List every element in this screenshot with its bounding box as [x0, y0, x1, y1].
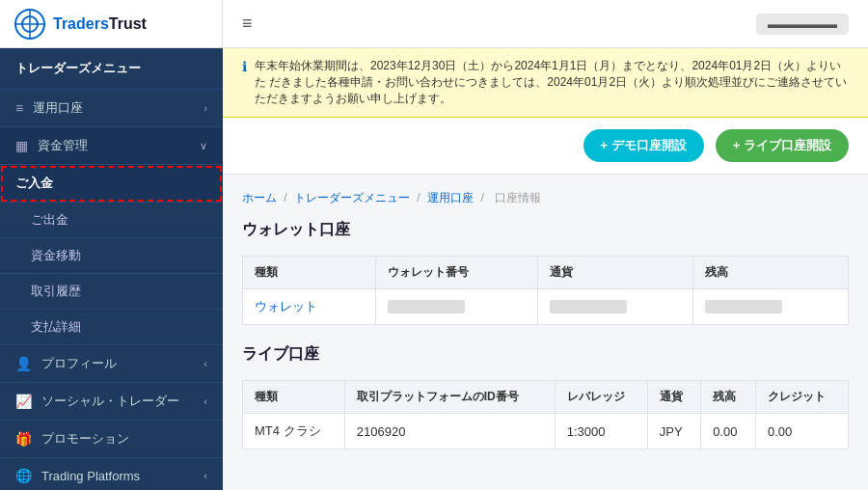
- breadcrumb-sep: /: [480, 191, 487, 204]
- table-row: MT4 クラシ 2106920 1:3000 JPY 0.00 0.00: [243, 414, 849, 449]
- live-account-button[interactable]: + ライブ口座開設: [716, 129, 849, 162]
- chevron-right-icon: ‹: [203, 470, 207, 481]
- wallet-col-currency: 通貨: [537, 257, 692, 289]
- wallet-heading: ウォレット口座: [242, 220, 849, 246]
- chevron-right-icon: ›: [203, 102, 207, 114]
- profile-icon: 👤: [15, 356, 32, 371]
- accounts-icon: ≡: [15, 100, 23, 116]
- sidebar-item-payment[interactable]: 支払詳細: [0, 310, 223, 345]
- wallet-col-type: 種類: [243, 257, 376, 289]
- sidebar-item-label: 取引履歴: [31, 284, 81, 298]
- sidebar-item-transfer[interactable]: 資金移動: [0, 238, 223, 274]
- wallet-table: 種類 ウォレット番号 通貨 残高 ウォレット: [242, 256, 849, 325]
- sidebar-item-social[interactable]: 📈 ソーシャル・トレーダー ‹: [0, 383, 223, 421]
- live-heading: ライブ口座: [242, 344, 849, 370]
- platforms-icon: 🌐: [15, 468, 32, 483]
- sidebar-item-label: プロモーション: [41, 430, 129, 448]
- live-table: 種類 取引プラットフォームのID番号 レバレッジ 通貨 残高 クレジット MT4…: [242, 380, 849, 449]
- sidebar: トレーダーズメニュー ≡ 運用口座 › ▦ 資金管理 ∨ ご入金 ご出金 資金移…: [0, 48, 223, 490]
- live-col-type: 種類: [243, 381, 345, 414]
- sidebar-item-label: ご出金: [31, 212, 68, 227]
- wallet-currency-cell: [537, 289, 692, 325]
- live-col-leverage: レバレッジ: [555, 381, 647, 414]
- breadcrumb-home[interactable]: ホーム: [242, 191, 277, 204]
- top-bar: TradersTrust ≡ ▬▬▬▬▬▬: [0, 0, 868, 48]
- live-leverage-cell: 1:3000: [555, 414, 647, 449]
- sidebar-item-label: プロフィール: [41, 355, 117, 372]
- hamburger-icon[interactable]: ≡: [242, 14, 253, 34]
- sidebar-item-funds[interactable]: ▦ 資金管理 ∨: [0, 127, 223, 165]
- sidebar-item-withdrawal[interactable]: ご出金: [0, 203, 223, 238]
- action-bar: + デモ口座開設 + ライブ口座開設: [223, 118, 868, 175]
- main-layout: トレーダーズメニュー ≡ 運用口座 › ▦ 資金管理 ∨ ご入金 ご出金 資金移…: [0, 48, 868, 490]
- live-col-credit: クレジット: [755, 381, 848, 414]
- breadcrumb: ホーム / トレーダーズメニュー / 運用口座 / 口座情報: [242, 190, 849, 206]
- info-icon: ℹ: [242, 59, 247, 74]
- promo-icon: 🎁: [15, 431, 32, 447]
- live-col-currency: 通貨: [647, 381, 700, 414]
- logo-text: TradersTrust: [53, 15, 147, 33]
- live-currency-cell: JPY: [647, 414, 700, 449]
- top-user-area: ▬▬▬▬▬▬: [756, 14, 849, 35]
- chevron-right-icon: ‹: [203, 395, 207, 407]
- sidebar-item-label: 資金管理: [38, 137, 200, 154]
- live-col-balance: 残高: [701, 381, 756, 414]
- wallet-balance-cell: [692, 289, 848, 325]
- sidebar-title: トレーダーズメニュー: [0, 48, 223, 90]
- breadcrumb-sep: /: [284, 191, 290, 204]
- wallet-type-link[interactable]: ウォレット: [255, 299, 317, 313]
- top-right: ≡ ▬▬▬▬▬▬: [223, 14, 868, 35]
- content-area: ℹ 年末年始休業期間は、2023年12月30日（土）から2024年1月1日（月）…: [223, 48, 868, 490]
- sidebar-item-accounts[interactable]: ≡ 運用口座 ›: [0, 90, 223, 127]
- breadcrumb-menu[interactable]: トレーダーズメニュー: [294, 191, 410, 204]
- live-col-platform: 取引プラットフォームのID番号: [344, 381, 555, 414]
- social-icon: 📈: [15, 394, 32, 409]
- sidebar-item-label: 支払詳細: [31, 319, 81, 334]
- chevron-down-icon: ∨: [200, 140, 207, 152]
- live-platform-cell: 2106920: [344, 414, 555, 449]
- notice-text: 年末年始休業期間は、2023年12月30日（土）から2024年1月1日（月）まで…: [255, 58, 849, 107]
- wallet-type-cell: ウォレット: [243, 289, 376, 325]
- user-badge: ▬▬▬▬▬▬: [756, 14, 849, 35]
- sidebar-item-deposit[interactable]: ご入金: [0, 165, 223, 203]
- funds-icon: ▦: [15, 138, 28, 153]
- breadcrumb-current: 口座情報: [495, 191, 541, 204]
- chevron-right-icon: ‹: [203, 358, 207, 369]
- table-row: ウォレット: [243, 289, 849, 325]
- live-credit-cell: 0.00: [755, 414, 848, 449]
- logo-area: TradersTrust: [0, 0, 223, 47]
- breadcrumb-accounts[interactable]: 運用口座: [427, 191, 474, 204]
- sidebar-item-label: 運用口座: [33, 99, 203, 117]
- live-type-cell: MT4 クラシ: [243, 414, 345, 449]
- sidebar-item-history[interactable]: 取引履歴: [0, 274, 223, 310]
- sidebar-item-label: 資金移動: [31, 248, 81, 262]
- sidebar-item-promo[interactable]: 🎁 プロモーション: [0, 421, 223, 458]
- logo-icon: [14, 9, 45, 40]
- demo-account-button[interactable]: + デモ口座開設: [583, 129, 704, 162]
- page-content: ホーム / トレーダーズメニュー / 運用口座 / 口座情報 ウォレット口座 種…: [223, 175, 868, 490]
- breadcrumb-sep: /: [417, 191, 423, 204]
- sidebar-item-label: Trading Platforms: [41, 469, 140, 483]
- wallet-number-cell: [376, 289, 537, 325]
- sidebar-item-label: ご入金: [15, 175, 207, 192]
- sidebar-item-profile[interactable]: 👤 プロフィール ‹: [0, 345, 223, 383]
- live-balance-cell: 0.00: [701, 414, 756, 449]
- wallet-col-number: ウォレット番号: [376, 257, 537, 289]
- notice-banner: ℹ 年末年始休業期間は、2023年12月30日（土）から2024年1月1日（月）…: [223, 48, 868, 118]
- sidebar-item-platforms[interactable]: 🌐 Trading Platforms ‹: [0, 458, 223, 490]
- sidebar-item-label: ソーシャル・トレーダー: [41, 393, 179, 410]
- wallet-col-balance: 残高: [692, 257, 848, 289]
